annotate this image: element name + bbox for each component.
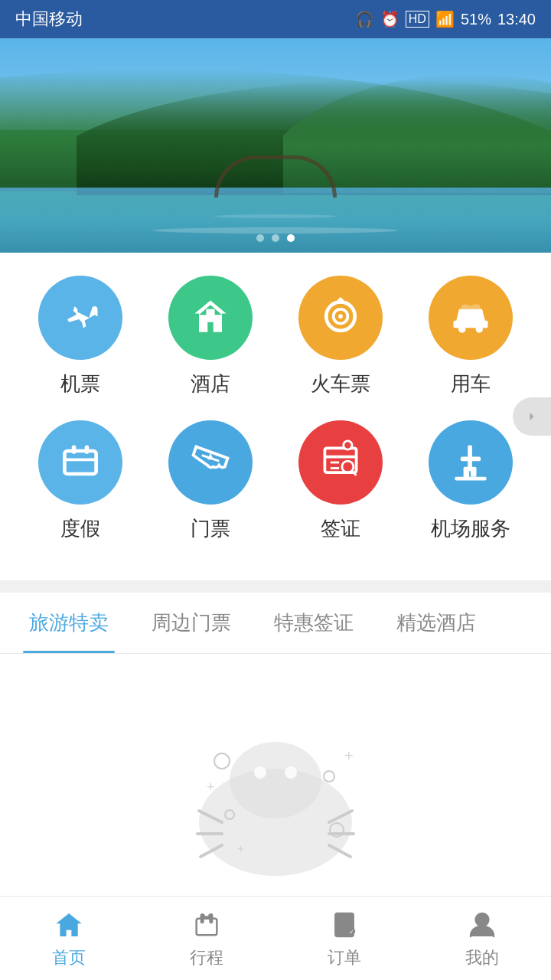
trips-nav-icon [190,908,223,942]
service-item-flight[interactable]: 机票 [27,276,134,397]
flight-icon-bg [38,276,122,360]
dot-3[interactable] [287,234,295,242]
empty-illustration: + + + [161,700,390,884]
service-item-airport[interactable]: 机场服务 [417,420,524,542]
svg-rect-6 [454,321,460,328]
svg-point-5 [338,314,343,318]
tabs-container: 旅游特卖 周边门票 特惠签证 精选酒店 [0,593,551,654]
airport-icon-bg [429,420,513,505]
nav-item-orders[interactable]: ✓ 订单 [276,900,413,977]
trips-icon [191,910,222,940]
svg-point-34 [214,753,230,769]
hotel-label: 酒店 [191,371,230,397]
service-item-ticket[interactable]: 门票 [157,420,264,542]
dot-1[interactable] [256,234,264,242]
page-wrapper: 中国移动 🎧 ⏰ HD 📶 51% 13:40 [0,0,551,980]
signal-icon: 📶 [435,10,455,28]
svg-rect-18 [324,448,356,472]
svg-rect-50 [201,916,214,918]
svg-rect-28 [471,467,477,477]
battery-label: 51% [461,11,491,28]
service-row-2: 度假 门票 [15,420,536,542]
home-nav-icon [52,908,86,942]
tab-visa-deals[interactable]: 特惠签证 [253,593,375,653]
svg-point-9 [476,325,483,332]
nav-item-trips[interactable]: 行程 [138,900,276,977]
dot-2[interactable] [272,234,279,242]
nav-item-me[interactable]: 我的 [413,900,551,977]
tab-nearby[interactable]: 周边门票 [130,593,253,653]
svg-rect-48 [201,913,204,923]
svg-text:+: + [344,747,354,764]
svg-point-24 [344,441,352,449]
ticket-icon [187,439,233,485]
chevron-right-icon [524,409,540,424]
nav-item-home[interactable]: 首页 [0,900,138,977]
plane-icon [57,295,103,341]
orders-icon: ✓ [329,910,360,940]
ticket-icon-bg [168,420,253,505]
hotel-icon-bg [168,276,253,360]
svg-rect-47 [197,918,217,935]
service-item-hotel[interactable]: 酒店 [157,276,264,397]
service-item-vacation[interactable]: 度假 [27,420,134,542]
headphone-icon: 🎧 [355,10,374,28]
carrier-label: 中国移动 [15,8,83,31]
service-item-train[interactable]: 火车票 [287,276,394,397]
flight-label: 机票 [60,371,100,397]
me-nav-label: 我的 [465,946,499,969]
car-icon-bg [429,276,513,360]
service-grid: 机票 酒店 [0,253,551,580]
svg-rect-26 [461,457,481,462]
hero-banner [0,38,551,253]
svg-point-20 [342,461,354,472]
train-label: 火车票 [311,371,370,397]
svg-text:+: + [207,779,215,795]
svg-rect-49 [209,913,213,923]
vacation-label: 度假 [60,515,100,542]
airport-icon [448,439,494,485]
svg-rect-29 [455,477,486,481]
service-row-1: 机票 酒店 [15,276,536,397]
banner-dots [256,234,295,242]
svg-rect-14 [72,446,77,454]
me-icon [467,910,497,940]
visa-label: 签证 [321,515,360,542]
floating-button[interactable] [513,397,551,436]
airport-label: 机场服务 [431,515,510,542]
svg-point-35 [324,771,334,782]
vacation-icon-bg [38,420,122,505]
banner-bg [0,38,551,253]
bottom-nav: 首页 行程 ✓ 订单 [0,896,551,980]
section-divider [0,580,551,593]
tab-hotels[interactable]: 精选酒店 [375,593,497,653]
home-nav-label: 首页 [52,946,86,969]
svg-rect-0 [206,309,214,316]
status-icons: 🎧 ⏰ HD 📶 51% 13:40 [355,10,536,28]
me-nav-icon [465,908,499,942]
svg-point-32 [254,766,266,779]
svg-rect-12 [64,451,96,474]
trips-nav-label: 行程 [190,946,223,969]
svg-rect-15 [85,446,90,454]
ticket-label: 门票 [191,515,230,542]
svg-rect-7 [482,321,488,328]
train-icon-bg [298,276,383,360]
svg-rect-11 [472,315,481,321]
status-bar: 中国移动 🎧 ⏰ HD 📶 51% 13:40 [0,0,551,38]
service-item-visa[interactable]: 签证 [287,420,394,542]
service-item-car[interactable]: 用车 [417,276,524,397]
empty-state: + + + [0,654,551,929]
alarm-icon: ⏰ [380,10,399,28]
visa-icon [318,439,364,485]
svg-rect-10 [461,315,469,321]
tab-deals[interactable]: 旅游特卖 [8,593,130,653]
svg-point-57 [476,913,489,926]
visa-icon-bg [298,420,383,505]
train-icon [318,295,364,341]
svg-point-8 [458,325,465,332]
car-label: 用车 [451,371,491,397]
vacation-icon [57,439,103,485]
orders-nav-label: 订单 [328,946,361,969]
car-icon [448,295,494,341]
